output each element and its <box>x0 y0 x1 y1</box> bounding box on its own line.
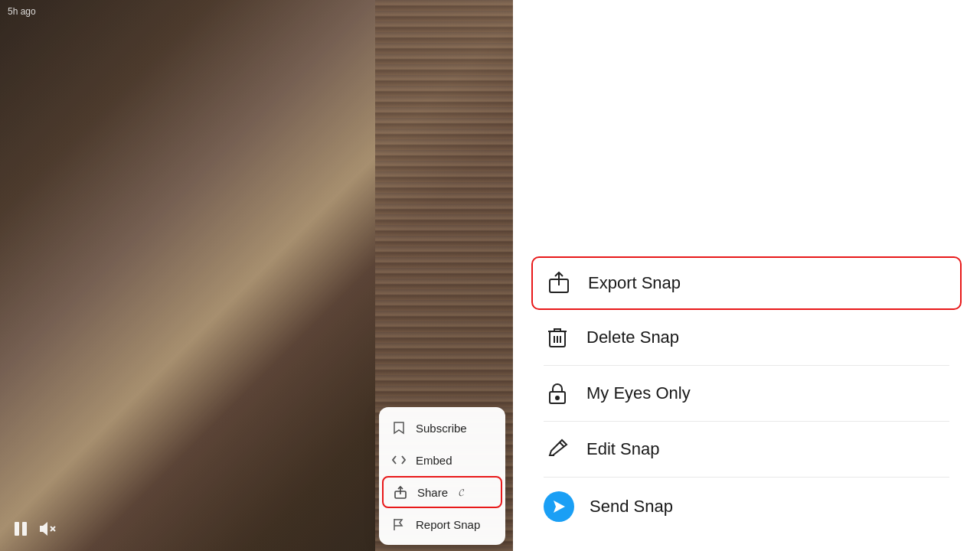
svg-line-16 <box>560 442 564 447</box>
report-label: Report Snap <box>416 518 480 531</box>
export-icon <box>545 269 573 297</box>
volume-button[interactable] <box>38 520 58 537</box>
delete-snap-label: Delete Snap <box>586 328 679 347</box>
export-snap-label: Export Snap <box>588 273 681 293</box>
action-export-snap[interactable]: Export Snap <box>531 256 962 310</box>
action-list: Export Snap Delete Snap <box>513 256 980 536</box>
svg-marker-18 <box>554 500 565 513</box>
pencil-icon <box>544 435 571 463</box>
embed-label: Embed <box>416 454 452 467</box>
svg-point-15 <box>556 396 559 399</box>
context-menu: Subscribe Embed Share 𝓒 <box>379 407 505 545</box>
send-circle-icon <box>544 491 574 522</box>
context-menu-report[interactable]: Report Snap <box>379 508 505 540</box>
context-menu-embed[interactable]: Embed <box>379 444 505 476</box>
lock-icon <box>544 380 571 407</box>
flag-icon <box>391 517 407 532</box>
action-send-snap[interactable]: Send Snap <box>544 478 949 536</box>
context-menu-subscribe[interactable]: Subscribe <box>379 412 505 444</box>
my-eyes-only-label: My Eyes Only <box>586 383 691 403</box>
video-panel: 5h ago Subscribe <box>0 0 513 551</box>
svg-rect-1 <box>22 522 27 536</box>
share-icon <box>393 484 408 500</box>
context-menu-share[interactable]: Share 𝓒 <box>382 476 502 508</box>
bookmark-icon <box>391 420 407 435</box>
svg-rect-0 <box>15 522 19 536</box>
pause-button[interactable] <box>12 520 29 537</box>
code-icon <box>391 452 407 468</box>
right-panel: Export Snap Delete Snap <box>513 0 980 551</box>
share-label: Share <box>417 486 448 499</box>
cursor: 𝓒 <box>459 487 464 499</box>
send-snap-label: Send Snap <box>590 497 673 517</box>
video-controls <box>12 520 58 537</box>
edit-snap-label: Edit Snap <box>586 439 659 459</box>
subscribe-label: Subscribe <box>416 422 467 435</box>
action-edit-snap[interactable]: Edit Snap <box>544 422 949 478</box>
action-delete-snap[interactable]: Delete Snap <box>544 310 949 366</box>
action-my-eyes-only[interactable]: My Eyes Only <box>544 366 949 422</box>
video-timestamp: 5h ago <box>8 6 36 17</box>
trash-icon <box>544 324 571 351</box>
